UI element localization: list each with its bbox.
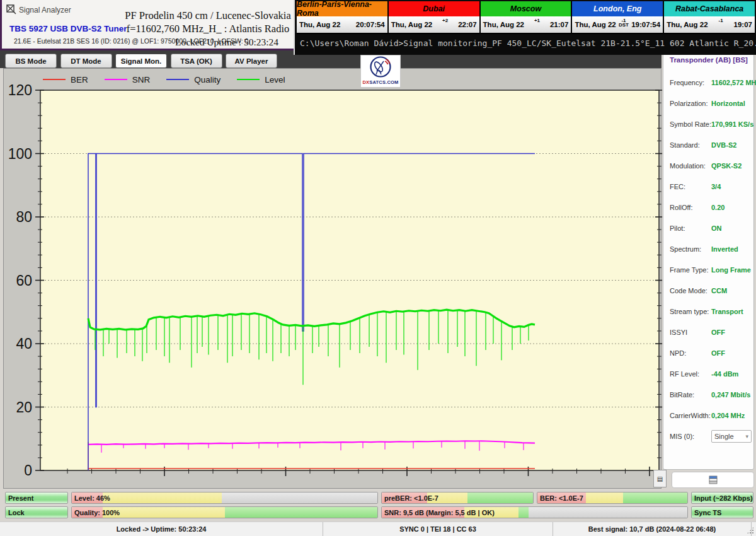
mis-select[interactable]: Single▾	[711, 430, 752, 443]
clock-time-row: Thu, Aug 22+222:07	[389, 16, 479, 33]
satellite-dish-icon	[369, 55, 392, 79]
lock-bar: Lock	[5, 506, 68, 518]
clock-date: Thu, Aug 22	[483, 21, 524, 28]
legend-swatch	[237, 79, 260, 81]
clock-rabat-casablanca: Rabat-CasablancaThu, Aug 22-119:07	[664, 1, 755, 34]
annotation-frequency: f=11602,760 MHz_H_ : Atlantis Radio	[107, 22, 309, 36]
legend-label: Quality	[194, 75, 220, 84]
transponder-sidebar: Transponder (AB) [BS] Frequency:11602,57…	[663, 53, 754, 470]
tab-av-player[interactable]: AV Player	[226, 54, 277, 68]
bar-segment-green	[518, 507, 529, 518]
param-value: -44 dBm	[711, 370, 738, 378]
clock-utc-offset: +1	[534, 18, 540, 23]
signal-analyzer-app: { "window": { "title": "Signal Analyzer"…	[0, 0, 756, 536]
legend-item-snr: SNR	[105, 75, 151, 84]
panel-corner-button[interactable]: ▤	[653, 470, 667, 487]
param-value: Transport	[711, 308, 743, 315]
app-window-icon	[6, 4, 16, 15]
param-value: 3/4	[711, 183, 721, 190]
param-value: OFF	[711, 329, 725, 336]
syncts-bar-label: Sync TS	[694, 507, 721, 518]
param-label: MIS (0):	[670, 433, 694, 440]
chart-legend: BERSNRQualityLevel	[43, 73, 285, 86]
param-label: FEC:	[670, 183, 685, 190]
present-bar-label: Present	[8, 492, 33, 503]
param-row-code-mode: Code Mode:CCM	[670, 287, 750, 297]
param-label: RollOff:	[670, 204, 692, 211]
legend-swatch	[105, 79, 127, 81]
legend-item-quality: Quality	[166, 75, 220, 84]
world-clocks: Berlin-Paris-Vienna-RomaThu, Aug 2220:07…	[297, 1, 755, 34]
clock-time: 19:07	[734, 21, 752, 28]
bar-segment-green	[467, 492, 533, 503]
param-value: 11602,572 MHz	[711, 79, 756, 86]
annotation-uptime: Locked Uptime : 50:23:24	[107, 36, 309, 49]
param-row-fec: FEC:3/4	[670, 183, 750, 193]
clock-time-row: Thu, Aug 22-1DST19:07:54	[572, 16, 663, 33]
param-label: ISSYI	[670, 329, 687, 336]
svg-text:60: 60	[16, 272, 32, 289]
tab-dt-mode[interactable]: DT Mode	[60, 54, 112, 68]
save-button[interactable]	[672, 472, 754, 488]
clock-city-label: Rabat-Casablanca	[664, 1, 755, 16]
disk-stack-icon	[708, 475, 718, 484]
param-value: Inverted	[711, 245, 738, 253]
tab-signal-mon[interactable]: Signal Mon.	[115, 54, 167, 68]
logo-text: DXSATCS.COM	[362, 79, 398, 85]
param-label: BitRate:	[670, 391, 694, 399]
svg-text:100: 100	[8, 146, 32, 162]
tab-bs-mode[interactable]: BS Mode	[5, 54, 57, 68]
syncts-bar: Sync TS	[691, 506, 753, 518]
param-value: DVB-S2	[711, 141, 736, 149]
bar-segment-gray	[222, 492, 377, 503]
param-label: Polarization:	[670, 100, 708, 107]
svg-text:0: 0	[24, 462, 32, 479]
param-row-npd: NPD:OFF	[670, 349, 750, 359]
param-label: NPD:	[670, 349, 686, 357]
param-row-rolloff: RollOff:0.20	[670, 204, 750, 214]
param-value: 170,991 KS/s	[711, 120, 753, 128]
legend-swatch	[166, 79, 189, 81]
param-value: 0,204 MHz	[711, 412, 745, 419]
param-label: CarrierWidth:	[670, 412, 711, 419]
statusbar-section-3: Best signal: 10,7 dB (2024-08-22 06:48)	[553, 522, 752, 536]
preber-bar-label: preBER: <1.0E-7	[384, 492, 438, 503]
param-label: Symbol Rate:	[670, 120, 711, 128]
clock-dubai: DubaiThu, Aug 22+222:07	[389, 1, 479, 34]
input-bar-label: Input (~282 Kbps)	[694, 492, 753, 503]
param-value: 0.20	[711, 204, 724, 211]
annotation-block: PF Prodelin 450 cm / Lucenec-Slovakia f=…	[107, 9, 309, 49]
legend-label: BER	[71, 75, 88, 84]
console-prompt: C:\Users\Roman Dávid>Signal monitoring_P…	[300, 38, 756, 48]
mis-selected-value: Single	[714, 433, 734, 440]
param-value: CCM	[711, 287, 727, 294]
console-window: Berlin-Paris-Vienna-RomaThu, Aug 2220:07…	[294, 0, 756, 55]
annotation-site: PF Prodelin 450 cm / Lucenec-Slovakia	[107, 9, 309, 22]
statusbar: Locked -> Uptime: 50:23:24SYNC 0 | TEI 1…	[0, 521, 756, 536]
snr-bar-label: SNR: 9,5 dB (Margin: 5,5 dB | OK)	[384, 507, 495, 518]
quality-bar-label: Quality: 100%	[74, 507, 120, 518]
sidebar-header: Transponder (AB) [BS]	[670, 56, 748, 64]
present-bar: Present	[5, 492, 68, 504]
signal-chart-panel: 020406080100120 BERSNRQualityLevel	[3, 68, 662, 489]
clock-time: 20:07:54	[356, 21, 385, 28]
lock-bar-label: Lock	[8, 507, 25, 518]
param-label: RF Level:	[670, 370, 699, 378]
clock-utc-offset: -1	[719, 18, 723, 23]
level-bar: Level: 46%	[71, 492, 378, 504]
ber-bar-label: BER: <1.0E-7	[540, 492, 583, 503]
param-row-frame-type: Frame Type:Long Frame	[670, 266, 750, 276]
clock-berlin-paris-vienna-roma: Berlin-Paris-Vienna-RomaThu, Aug 2220:07…	[297, 1, 387, 34]
bar-segment-green	[623, 492, 687, 503]
param-row-spectrum: Spectrum:Inverted	[670, 245, 750, 255]
param-row-symbol-rate: Symbol Rate:170,991 KS/s	[670, 120, 750, 131]
param-label: Spectrum:	[670, 245, 701, 253]
bar-segment-yellow	[103, 507, 225, 518]
tab-tsa-ok[interactable]: TSA (OK)	[171, 54, 222, 68]
clock-date: Thu, Aug 22	[667, 21, 707, 28]
window-border-left	[0, 0, 2, 50]
legend-label: SNR	[132, 75, 151, 84]
param-label: Code Mode:	[670, 287, 707, 294]
legend-item-ber: BER	[43, 75, 88, 84]
param-row-modulation: Modulation:QPSK-S2	[670, 162, 750, 172]
